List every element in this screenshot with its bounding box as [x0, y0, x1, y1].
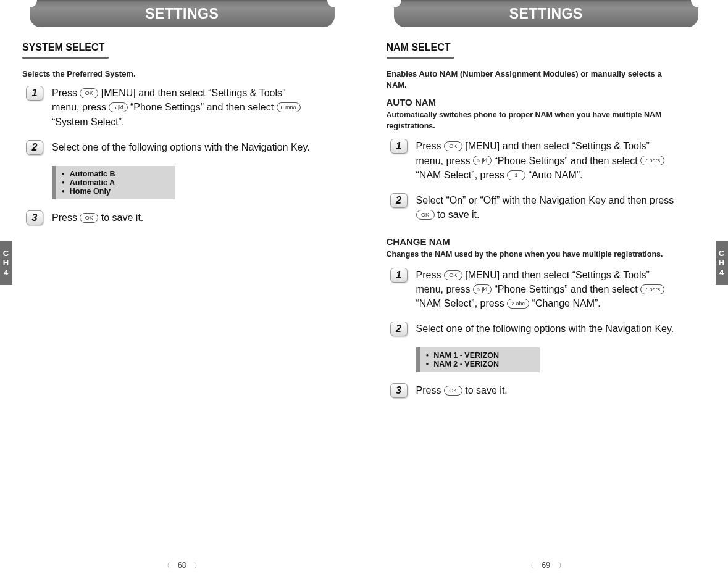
step-number: 1 [26, 86, 43, 101]
text-frag: Press [52, 88, 80, 98]
step-number: 3 [390, 383, 408, 398]
key-7-icon: 7 pqrs [640, 156, 664, 165]
step-row: 1 Press OK [MENU] and then select “Setti… [390, 268, 706, 311]
key-6-icon: 6 mno [277, 102, 301, 112]
key-5-icon: 5 jkl [473, 284, 492, 294]
ok-key-icon: OK [444, 270, 462, 280]
key-5-icon: 5 jkl [473, 156, 492, 165]
sub-desc-auto-nam: Automatically switches phone to proper N… [387, 110, 677, 131]
chapter-tab-right: C H 4 [716, 241, 728, 285]
option-item: Automatic B [62, 170, 169, 178]
section-underline [387, 57, 454, 59]
key-5-icon: 5 jkl [109, 102, 127, 112]
options-box: Automatic B Automatic A Home Only [52, 166, 175, 199]
step-number: 2 [26, 140, 43, 155]
text-frag: to save it. [101, 212, 143, 223]
page-69: SETTINGS NAM SELECT Enables Auto NAM (Nu… [364, 0, 729, 577]
text-frag: to save it. [465, 385, 507, 396]
key-2-icon: 2 abc [507, 299, 529, 309]
ok-key-icon: OK [80, 88, 98, 98]
text-frag: Select “On” or “Off” with the Navigation… [416, 195, 674, 205]
text-frag: “NAM Select”, press [416, 170, 508, 180]
text-frag: Press [416, 385, 444, 396]
text-frag: “Change NAM”. [532, 298, 601, 309]
step-number: 2 [390, 193, 408, 208]
step-text: Select one of the following options with… [416, 322, 674, 336]
ok-key-icon: OK [80, 213, 98, 223]
option-item: NAM 2 - VERIZON [426, 360, 533, 368]
section-title-text: SYSTEM SELECT [22, 42, 104, 52]
text-frag: “Phone Settings” and then select [494, 156, 640, 166]
text-frag: Press [416, 270, 444, 280]
section-title-text: NAM SELECT [387, 42, 451, 52]
step-text: Press OK [MENU] and then select “Setting… [52, 86, 311, 129]
ok-key-icon: OK [444, 141, 462, 151]
step-row: 2 Select one of the following options wi… [390, 322, 706, 336]
option-item: Home Only [62, 187, 169, 196]
page-number-left: 68 [167, 561, 196, 570]
step-text: Select one of the following options with… [52, 140, 310, 154]
options-box: NAM 1 - VERIZON NAM 2 - VERIZON [416, 347, 540, 372]
tab-line: H [3, 258, 9, 268]
page-number-right: 69 [532, 561, 561, 570]
section-desc: Enables Auto NAM (Number Assignment Modu… [387, 68, 683, 91]
header-title-right: SETTINGS [394, 0, 699, 27]
tab-line: C [3, 249, 9, 259]
option-item: NAM 1 - VERIZON [426, 351, 533, 360]
header-title-left: SETTINGS [30, 0, 335, 27]
tab-line: H [719, 258, 725, 268]
tab-line: C [719, 249, 725, 259]
sub-title-change-nam: CHANGE NAM [387, 236, 706, 247]
sub-title-auto-nam: AUTO NAM [387, 97, 706, 107]
step-row: 3 Press OK to save it. [26, 210, 342, 225]
step-text: Press OK [MENU] and then select “Setting… [416, 139, 676, 182]
step-row: 2 Select “On” or “Off” with the Navigati… [390, 193, 706, 222]
section-underline [22, 57, 109, 59]
sub-desc-change-nam: Changes the NAM used by the phone when y… [387, 249, 677, 260]
step-row: 2 Select one of the following options wi… [26, 140, 342, 155]
section-desc: Selects the Preferred System. [22, 68, 319, 80]
tab-line: 4 [719, 268, 724, 278]
step-number: 1 [390, 268, 408, 283]
step-text: Press OK to save it. [52, 210, 143, 225]
text-frag: to save it. [437, 209, 479, 220]
section-title-nam-select: NAM SELECT [387, 42, 706, 62]
option-item: Automatic A [62, 178, 169, 187]
step-number: 3 [26, 210, 43, 225]
text-frag: “System Select”. [52, 117, 124, 127]
step-number: 1 [390, 139, 408, 154]
step-text: Press OK to save it. [416, 383, 508, 397]
text-frag: “Auto NAM”. [529, 170, 583, 180]
key-1-icon: 1 [507, 170, 525, 180]
step-text: Press OK [MENU] and then select “Setting… [416, 268, 676, 311]
step-row: 3 Press OK to save it. [390, 383, 706, 398]
step-text: Select “On” or “Off” with the Navigation… [416, 193, 676, 222]
text-frag: “Phone Settings” and then select [494, 284, 640, 294]
ok-key-icon: OK [416, 210, 435, 220]
text-frag: “Phone Settings” and then select [130, 102, 277, 112]
step-row: 1 Press OK [MENU] and then select “Setti… [390, 139, 706, 182]
text-frag: “NAM Select”, press [416, 298, 508, 309]
page-68: SETTINGS SYSTEM SELECT Selects the Prefe… [0, 0, 364, 577]
tab-line: 4 [4, 268, 9, 278]
step-number: 2 [390, 322, 408, 336]
ok-key-icon: OK [444, 386, 462, 396]
text-frag: Press [416, 141, 444, 151]
step-row: 1 Press OK [MENU] and then select “Setti… [26, 86, 342, 129]
text-frag: Press [52, 212, 80, 223]
section-title-system-select: SYSTEM SELECT [22, 42, 342, 62]
chapter-tab-left: C H 4 [0, 241, 12, 285]
key-7-icon: 7 pqrs [640, 284, 664, 294]
